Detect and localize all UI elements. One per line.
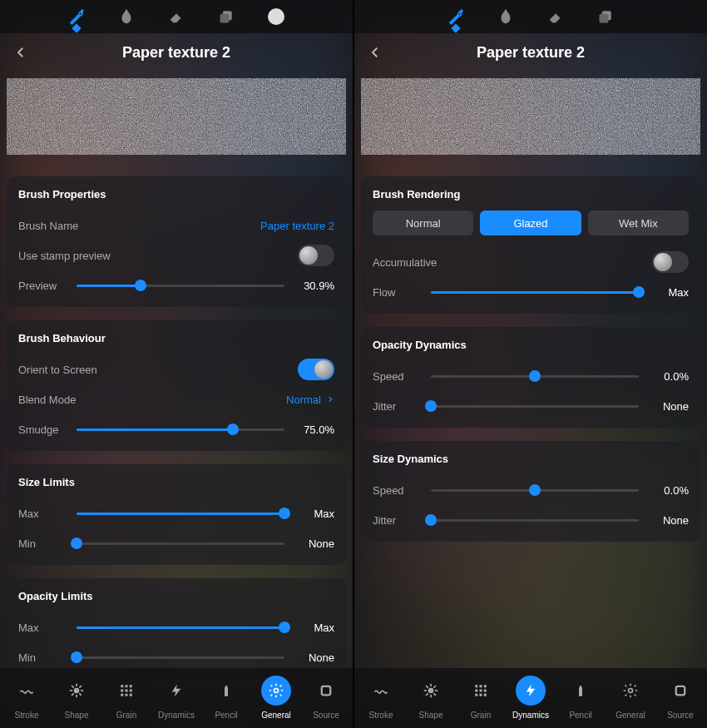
tab-label: Shape xyxy=(419,711,443,720)
svg-line-31 xyxy=(426,693,428,696)
page-title: Paper texture 2 xyxy=(122,44,230,62)
card-title: Size Dynamics xyxy=(373,453,689,465)
size-max-slider[interactable] xyxy=(77,513,284,515)
card-title: Opacity Dynamics xyxy=(373,339,689,351)
svg-rect-15 xyxy=(126,689,128,691)
opacity-max-value: Max xyxy=(293,622,334,634)
seg-glazed[interactable]: Glazed xyxy=(480,210,581,235)
svg-rect-11 xyxy=(121,685,123,687)
svg-rect-40 xyxy=(480,693,482,696)
od-speed-value: 0.0% xyxy=(647,370,689,383)
flow-slider[interactable] xyxy=(431,291,639,294)
header: Paper texture 2 xyxy=(354,33,707,65)
opacity-min-slider[interactable] xyxy=(77,656,284,659)
tab-source[interactable]: Source xyxy=(301,676,351,720)
orient-toggle[interactable] xyxy=(298,359,334,380)
brush-name-label: Brush Name xyxy=(18,220,78,232)
smudge-tool-icon[interactable] xyxy=(116,7,136,27)
color-tool-icon[interactable] xyxy=(266,7,286,27)
size-max-value: Max xyxy=(293,508,334,520)
layers-tool-icon[interactable] xyxy=(216,7,236,27)
tab-dynamics[interactable]: Dynamics xyxy=(506,676,556,720)
row-brush-name[interactable]: Brush Name Paper texture 2 xyxy=(18,210,334,240)
layers-tool-icon[interactable] xyxy=(596,7,616,27)
opacity-max-label: Max xyxy=(18,622,68,634)
svg-rect-43 xyxy=(676,686,685,695)
tab-dynamics[interactable]: Dynamics xyxy=(151,676,201,720)
svg-rect-14 xyxy=(121,689,123,691)
od-speed-slider[interactable] xyxy=(431,375,639,378)
tab-stroke[interactable]: Stroke xyxy=(2,676,52,720)
burst-icon xyxy=(62,676,91,706)
opacity-max-slider[interactable] xyxy=(77,626,284,629)
tab-grain[interactable]: Grain xyxy=(456,676,506,720)
panel-dynamics: Paper texture 2 Brush Rendering Normal G… xyxy=(354,0,707,728)
svg-rect-23 xyxy=(600,14,609,23)
row-od-speed: Speed 0.0% xyxy=(373,361,689,391)
seg-wetmix[interactable]: Wet Mix xyxy=(588,210,689,235)
svg-line-8 xyxy=(79,693,82,696)
svg-line-29 xyxy=(426,686,428,688)
smudge-value: 75.0% xyxy=(293,423,334,436)
svg-rect-13 xyxy=(130,685,132,687)
stamp-preview-toggle[interactable] xyxy=(298,245,334,266)
bottom-tab-bar: StrokeShapeGrainDynamicsPencilGeneralSou… xyxy=(354,668,707,728)
size-min-label: Min xyxy=(18,537,68,550)
svg-rect-34 xyxy=(480,685,482,687)
row-sd-jitter: Jitter None xyxy=(373,505,689,535)
tab-label: General xyxy=(616,711,645,720)
tab-source[interactable]: Source xyxy=(655,676,705,720)
preview-slider[interactable] xyxy=(77,285,284,287)
eraser-tool-icon[interactable] xyxy=(166,7,186,27)
brush-tool-icon[interactable] xyxy=(446,7,466,27)
tab-pencil[interactable]: Pencil xyxy=(556,676,606,720)
sd-speed-slider[interactable] xyxy=(431,489,639,492)
header: Paper texture 2 xyxy=(0,33,353,65)
svg-rect-19 xyxy=(130,693,132,696)
tab-pencil[interactable]: Pencil xyxy=(201,676,251,720)
rendering-mode-segment: Normal Glazed Wet Mix xyxy=(373,210,689,235)
od-speed-label: Speed xyxy=(373,370,423,383)
back-icon[interactable] xyxy=(13,45,28,60)
sd-speed-value: 0.0% xyxy=(647,484,689,497)
size-min-slider[interactable] xyxy=(77,542,284,545)
row-orient: Orient to Screen xyxy=(18,354,334,384)
brush-tool-icon[interactable] xyxy=(67,7,87,27)
row-opacity-max: Max Max xyxy=(18,612,334,642)
card-size-limits: Size Limits Max Max Min xyxy=(7,464,346,565)
od-jitter-label: Jitter xyxy=(373,400,423,413)
tab-label: Dynamics xyxy=(512,711,549,720)
brush-preview xyxy=(7,65,346,173)
brush-name-value[interactable]: Paper texture 2 xyxy=(260,220,334,232)
chevron-right-icon xyxy=(326,395,334,404)
tab-label: Source xyxy=(667,711,694,720)
eraser-tool-icon[interactable] xyxy=(546,7,566,27)
tab-grain[interactable]: Grain xyxy=(101,676,151,720)
tab-stroke[interactable]: Stroke xyxy=(356,676,406,720)
back-icon[interactable] xyxy=(368,45,383,60)
tab-general[interactable]: General xyxy=(606,676,655,720)
wave-icon xyxy=(366,676,396,706)
row-od-jitter: Jitter None xyxy=(373,391,689,421)
svg-line-9 xyxy=(72,693,74,696)
preview-value: 30.9% xyxy=(293,280,334,292)
tab-label: Grain xyxy=(116,711,136,720)
tab-label: Source xyxy=(313,711,339,720)
smudge-slider[interactable] xyxy=(77,428,284,431)
svg-rect-12 xyxy=(126,685,128,687)
sd-jitter-slider[interactable] xyxy=(431,519,639,522)
tab-shape[interactable]: Shape xyxy=(52,676,101,720)
seg-normal[interactable]: Normal xyxy=(373,210,473,235)
card-size-dynamics: Size Dynamics Speed 0.0% Jitter xyxy=(361,441,700,542)
smudge-tool-icon[interactable] xyxy=(496,7,516,27)
svg-rect-35 xyxy=(484,685,487,687)
row-blend-mode[interactable]: Blend Mode Normal xyxy=(18,384,334,414)
svg-rect-38 xyxy=(484,689,487,691)
accumulative-toggle[interactable] xyxy=(652,251,689,273)
tab-shape[interactable]: Shape xyxy=(406,676,456,720)
od-jitter-slider[interactable] xyxy=(431,405,639,408)
row-stamp-preview: Use stamp preview xyxy=(18,240,334,270)
bolt-icon xyxy=(516,676,546,706)
tab-general[interactable]: General xyxy=(251,676,301,720)
svg-point-20 xyxy=(274,688,279,692)
